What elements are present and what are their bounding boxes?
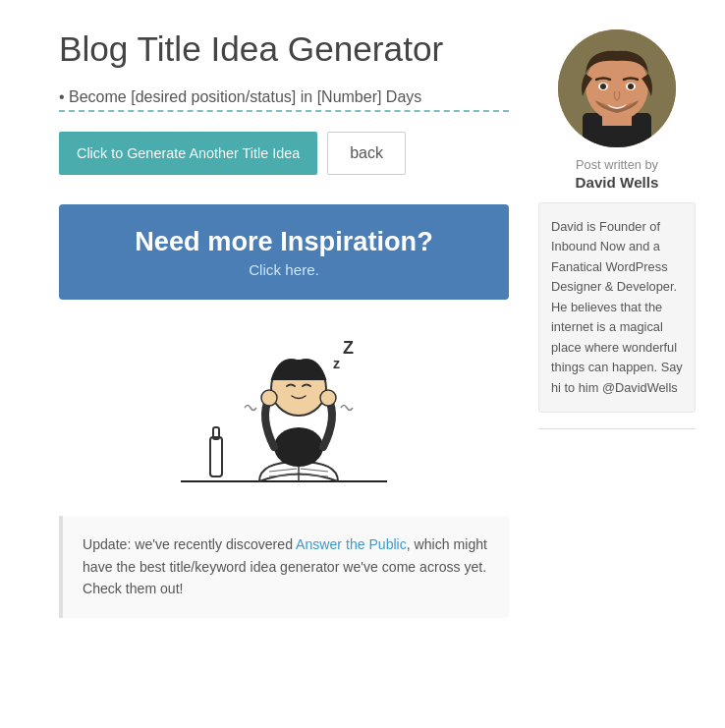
svg-point-22 xyxy=(628,84,634,89)
suggestion-row: Become [desired position/status] in [Num… xyxy=(59,88,509,112)
page-title: Blog Title Idea Generator xyxy=(59,29,509,69)
author-bio-text: David is Founder of Inbound Now and a Fa… xyxy=(551,219,683,395)
svg-rect-1 xyxy=(210,437,222,476)
banner-sub-text: Click here. xyxy=(79,261,489,278)
buttons-row: Click to Generate Another Title Idea bac… xyxy=(59,132,509,175)
svg-point-12 xyxy=(261,390,277,406)
update-section: Update: we've recently discovered Answer… xyxy=(59,516,509,618)
banner-main-text: Need more Inspiration? xyxy=(79,226,489,257)
back-button[interactable]: back xyxy=(327,132,406,175)
svg-line-6 xyxy=(301,469,328,472)
svg-point-13 xyxy=(320,390,336,406)
answer-public-link[interactable]: Answer the Public xyxy=(296,536,407,552)
sidebar: Post written by David Wells David is Fou… xyxy=(538,29,696,618)
suggestion-text: Become [desired position/status] in [Num… xyxy=(59,88,509,112)
svg-line-4 xyxy=(269,469,297,472)
thinking-illustration: z Z xyxy=(59,309,509,506)
author-bio-box: David is Founder of Inbound Now and a Fa… xyxy=(538,202,696,413)
svg-text:z: z xyxy=(333,356,340,371)
main-content: Blog Title Idea Generator Become [desire… xyxy=(59,29,509,618)
post-written-by-label: Post written by xyxy=(538,157,696,172)
svg-point-8 xyxy=(274,427,323,467)
generate-button[interactable]: Click to Generate Another Title Idea xyxy=(59,132,317,175)
inspiration-banner[interactable]: Need more Inspiration? Click here. xyxy=(59,204,509,300)
author-name: David Wells xyxy=(538,174,696,191)
sidebar-divider xyxy=(538,428,696,429)
svg-point-21 xyxy=(600,84,606,89)
svg-text:Z: Z xyxy=(343,338,354,358)
update-prefix: Update: we've recently discovered xyxy=(83,536,296,552)
author-avatar xyxy=(558,29,676,147)
